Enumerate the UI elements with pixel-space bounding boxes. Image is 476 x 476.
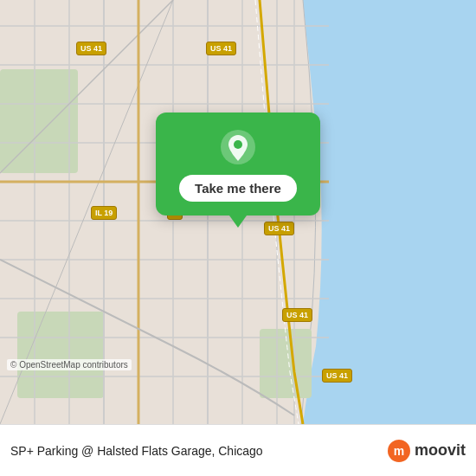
moovit-logo: m moovit [387,439,466,463]
highway-us41-top-right: US 41 [206,42,236,55]
bottom-bar: SP+ Parking @ Halsted Flats Garage, Chic… [0,424,476,476]
svg-rect-4 [260,329,312,398]
svg-point-29 [234,140,242,149]
highway-us41-bottom: US 41 [322,369,352,383]
highway-us41-mid: US 41 [264,222,294,235]
moovit-brand-name: moovit [415,441,466,460]
moovit-icon: m [387,439,411,463]
svg-text:m: m [394,444,404,458]
highway-il19: IL 19 [91,206,117,220]
location-name: SP+ Parking @ Halsted Flats Garage, Chic… [10,444,387,458]
location-pin-icon [219,128,257,166]
map-container: US 41 US 41 IL 19 IL US 41 US 41 US 41 T… [0,0,476,424]
svg-rect-3 [17,312,104,398]
highway-us41-top-left: US 41 [76,42,106,55]
take-me-there-button[interactable]: Take me there [179,175,297,202]
map-attribution: © OpenStreetMap contributors [7,359,132,370]
highway-us41-lower: US 41 [282,308,312,322]
popup-card: Take me there [156,113,320,215]
svg-rect-2 [0,69,78,173]
